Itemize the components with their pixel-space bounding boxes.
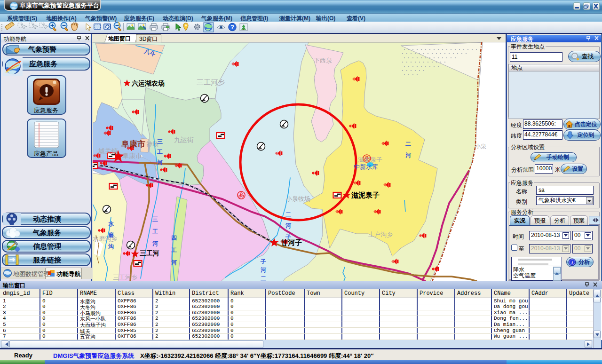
svg-text:甘河子: 甘河子 (281, 238, 302, 246)
svg-text:河: 河 (157, 159, 163, 166)
svg-text:河: 河 (171, 259, 177, 266)
svg-text:河: 河 (261, 267, 266, 273)
svg-text:水: 水 (108, 221, 114, 227)
svg-text:三工河乡: 三工河乡 (113, 274, 137, 281)
svg-text:城关镇: 城关镇 (98, 147, 118, 155)
svg-text:三: 三 (152, 216, 158, 222)
svg-text:阜康市: 阜康市 (121, 139, 145, 149)
svg-text:中新水库: 中新水库 (354, 163, 378, 170)
svg-text:阜康市: 阜康市 (122, 152, 142, 159)
svg-text:六运湖农场: 六运湖农场 (131, 79, 165, 87)
svg-text:三工河乡: 三工河乡 (197, 78, 225, 86)
svg-text:三: 三 (157, 138, 163, 145)
svg-text:工: 工 (152, 228, 158, 235)
svg-text:磨: 磨 (108, 232, 114, 238)
svg-text:子: 子 (260, 258, 266, 265)
svg-text:上户沟乡: 上户沟乡 (368, 231, 393, 238)
svg-text:下西泉: 下西泉 (314, 57, 332, 64)
svg-text:四: 四 (171, 235, 177, 241)
svg-text:滋泥泉子: 滋泥泉子 (358, 156, 382, 163)
svg-text:神场: 神场 (146, 141, 158, 148)
svg-text:子: 子 (285, 234, 291, 240)
svg-text:二: 二 (405, 141, 411, 147)
svg-text:小泉牧场: 小泉牧场 (285, 195, 310, 202)
svg-text:二: 二 (261, 275, 266, 281)
svg-text:工: 工 (171, 247, 177, 253)
svg-text:二: 二 (285, 211, 291, 218)
svg-text:河: 河 (405, 152, 411, 158)
svg-text:小泉: 小泉 (475, 143, 486, 150)
svg-text:工: 工 (157, 149, 163, 155)
svg-text:沟: 沟 (108, 243, 114, 250)
svg-text:滋泥泉子: 滋泥泉子 (351, 191, 380, 199)
svg-text:河: 河 (152, 240, 158, 247)
svg-text:?: ? (230, 24, 234, 31)
svg-text:河: 河 (285, 222, 291, 229)
svg-text:三工河: 三工河 (140, 249, 159, 257)
svg-text:九运街: 九运街 (174, 136, 194, 143)
